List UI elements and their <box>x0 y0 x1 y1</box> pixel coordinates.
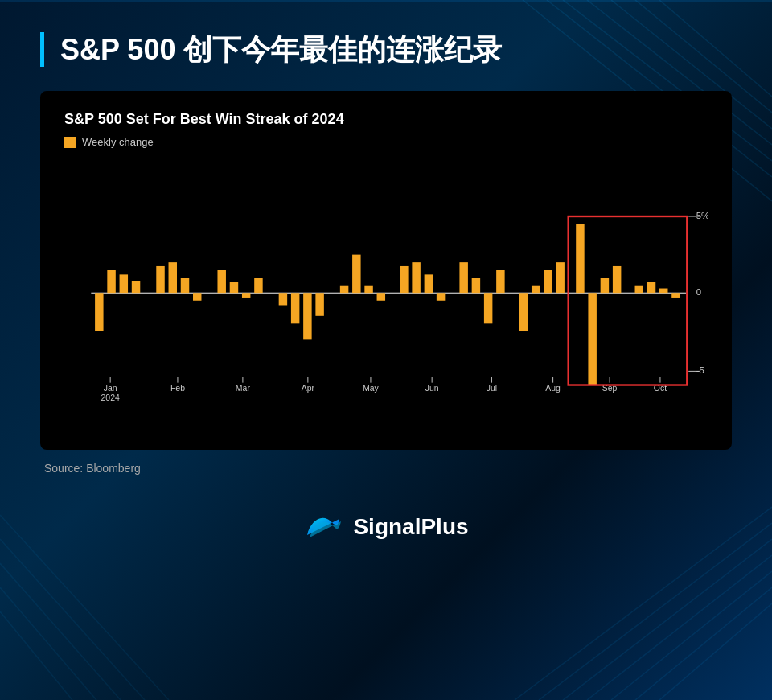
bar-apr-3 <box>303 293 311 339</box>
svg-line-15 <box>0 587 96 700</box>
bar-oct-1 <box>635 286 643 294</box>
bar-jun-3 <box>425 275 433 294</box>
bar-apr-1 <box>279 293 287 305</box>
bar-jan-4 <box>132 281 140 293</box>
chart-svg: 5% 0 -5 Jan 2024 Feb Mar Apr <box>64 160 708 434</box>
bar-feb-1 <box>156 266 164 293</box>
signalplus-logo-text: SignalPlus <box>353 514 468 540</box>
bar-mar-1 <box>217 270 225 294</box>
svg-line-9 <box>611 571 772 700</box>
bar-may-4 <box>377 293 385 301</box>
main-container: S&P 500 创下今年最佳的连涨纪录 S&P 500 Set For Best… <box>0 0 772 579</box>
legend-color-box <box>64 137 76 148</box>
x-label-may: May <box>363 384 380 393</box>
bar-jan-3 <box>120 275 128 294</box>
x-label-2024: 2024 <box>101 393 119 402</box>
bar-jul-2 <box>472 278 480 293</box>
signalplus-logo-icon <box>303 507 343 547</box>
bar-mar-3 <box>242 293 250 298</box>
bar-apr-4 <box>315 293 323 316</box>
bar-aug-1 <box>519 293 528 331</box>
y-axis-max: 5% <box>696 211 708 220</box>
bar-feb-3 <box>181 278 189 293</box>
x-label-aug: Aug <box>545 384 561 393</box>
chart-legend: Weekly change <box>64 136 708 148</box>
source-text: Source: Bloomberg <box>40 462 732 475</box>
chart-title: S&P 500 Set For Best Win Streak of 2024 <box>64 111 708 128</box>
bar-oct-4 <box>671 293 680 298</box>
bar-aug-4 <box>556 262 564 293</box>
svg-line-14 <box>0 563 121 700</box>
page-title: S&P 500 创下今年最佳的连涨纪录 <box>40 32 732 67</box>
svg-line-11 <box>659 603 772 700</box>
x-label-mar: Mar <box>236 384 251 393</box>
bar-jul-3 <box>484 293 492 323</box>
bar-jun-4 <box>437 293 445 301</box>
y-axis-zero: 0 <box>696 287 701 297</box>
bar-jun-1 <box>400 266 408 293</box>
bar-mar-4 <box>254 278 262 293</box>
bar-feb-4 <box>193 293 201 301</box>
bar-jul-1 <box>459 262 467 293</box>
x-label-apr: Apr <box>302 384 315 393</box>
chart-area: 5% 0 -5 Jan 2024 Feb Mar Apr <box>64 160 708 434</box>
x-label-jul: Jul <box>487 384 497 393</box>
bar-aug-2 <box>532 286 540 294</box>
svg-line-10 <box>635 587 772 700</box>
bar-jul-4 <box>496 270 504 294</box>
bar-jan-2 <box>107 270 115 294</box>
bar-feb-2 <box>169 262 177 293</box>
bar-aug-3 <box>544 270 552 294</box>
bar-jun-2 <box>412 262 420 293</box>
x-label-feb: Feb <box>170 384 185 393</box>
highlight-box <box>569 216 688 385</box>
bar-oct-3 <box>659 289 667 294</box>
logo-section: SignalPlus <box>40 507 732 547</box>
svg-line-16 <box>0 611 72 700</box>
bar-sep-4 <box>613 266 621 293</box>
bar-mar-2 <box>230 282 238 293</box>
bar-may-3 <box>364 286 372 294</box>
bar-jan-1 <box>95 293 103 331</box>
x-label-jan: Jan <box>104 384 117 393</box>
bar-sep-2 <box>588 293 596 385</box>
bar-oct-2 <box>647 282 655 293</box>
bar-may-2 <box>352 255 360 294</box>
chart-container: S&P 500 Set For Best Win Streak of 2024 … <box>40 91 732 450</box>
legend-label: Weekly change <box>82 136 154 148</box>
bar-may-1 <box>340 286 348 294</box>
y-axis-min: -5 <box>696 365 704 375</box>
bar-sep-3 <box>601 278 609 293</box>
bar-apr-2 <box>291 293 299 323</box>
x-label-jun: Jun <box>425 384 439 393</box>
bar-sep-1 <box>576 224 584 294</box>
